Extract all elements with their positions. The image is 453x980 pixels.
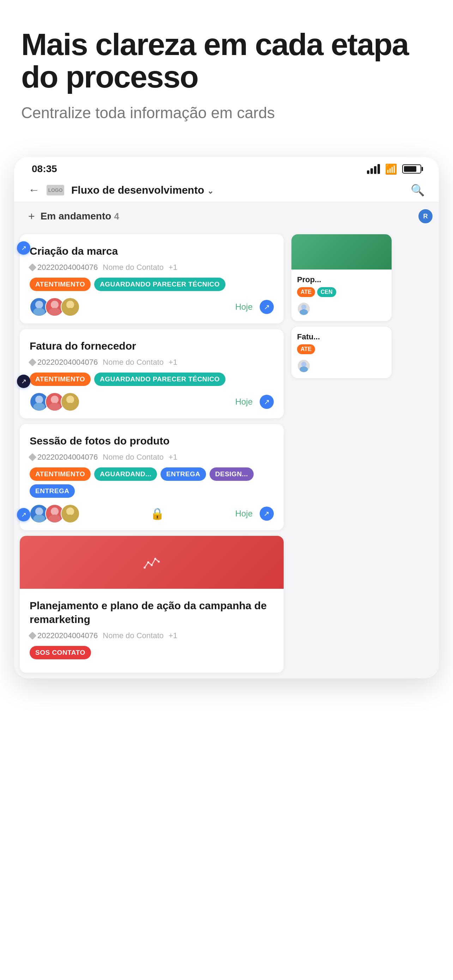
- card-footer: 🔒 Hoje ↗: [30, 504, 274, 523]
- signal-icon: [367, 164, 380, 174]
- card-tags: ATENTIMENTO AGUARDANDO PARECER TÉCNICO: [30, 372, 274, 386]
- svg-point-18: [144, 566, 146, 569]
- svg-point-2: [51, 301, 59, 308]
- tag-aguardando[interactable]: AGUARDANDO PARECER TÉCNICO: [94, 372, 226, 386]
- svg-point-8: [51, 395, 59, 403]
- main-kanban-column: Criação da marca 20220204004076 Nome do …: [14, 231, 289, 678]
- svg-point-26: [300, 366, 308, 372]
- svg-point-13: [33, 515, 45, 522]
- nav-logo: LOGO: [46, 185, 64, 196]
- open-indicator-3[interactable]: ↗: [17, 508, 30, 522]
- nav-title: Fluxo de desenvolvimento ⌄: [71, 184, 404, 196]
- card-planejamento: Planejamento e plano de ação da campanha…: [20, 536, 284, 673]
- chevron-down-icon[interactable]: ⌄: [207, 187, 213, 196]
- side-card-2: Fatu... ATE: [291, 327, 392, 378]
- svg-point-25: [301, 361, 306, 366]
- svg-point-4: [66, 301, 74, 308]
- side-card-title-fatu: Fatu...: [297, 332, 386, 342]
- banner-chart-icon: [141, 552, 162, 573]
- card-meta: 20220204004076 Nome do Contato +1: [30, 631, 274, 640]
- tag-aguardando[interactable]: AGUARDAND...: [94, 468, 157, 481]
- tag-atentimento[interactable]: ATENTIMENTO: [30, 278, 91, 291]
- card-title: Criação da marca: [30, 244, 274, 258]
- svg-point-7: [33, 403, 45, 410]
- card-banner-image: [20, 536, 284, 589]
- tag-design[interactable]: DESIGN...: [210, 468, 254, 481]
- svg-point-5: [64, 308, 76, 316]
- card-title: Sessão de fotos do produto: [30, 434, 274, 448]
- column-header: + Em andamento 4 + R: [14, 202, 439, 231]
- card-id: 20220204004076: [30, 358, 98, 367]
- card-footer: Hoje ↗: [30, 298, 274, 317]
- card-open-button[interactable]: ↗: [260, 507, 274, 521]
- card-inner: Planejamento e plano de ação da campanha…: [20, 589, 284, 673]
- svg-point-9: [49, 403, 60, 410]
- side-card-content: Prop... ATE CEN: [291, 269, 392, 321]
- card-id: 20220204004076: [30, 453, 98, 462]
- side-tag-ate-2[interactable]: ATE: [297, 344, 315, 354]
- hero-subtitle: Centralize toda informação em cards: [21, 104, 432, 122]
- card-date-area: Hoje ↗: [235, 395, 274, 409]
- tag-atentimento[interactable]: ATENTIMENTO: [30, 372, 91, 386]
- card-meta: 20220204004076 Nome do Contato +1: [30, 263, 274, 272]
- tag-aguardando[interactable]: AGUARDANDO PARECER TÉCNICO: [94, 278, 226, 291]
- svg-point-10: [66, 395, 74, 403]
- kanban-area: ↗ ↗ ↗ Criação da marca 20220204004076 No…: [14, 231, 439, 678]
- svg-point-24: [300, 309, 308, 315]
- column-header-avatar: R: [418, 208, 433, 224]
- side-tags-2: ATE: [297, 344, 386, 356]
- card-meta: 20220204004076 Nome do Contato +1: [30, 453, 274, 462]
- card-id: 20220204004076: [30, 263, 98, 272]
- card-footer: Hoje ↗: [30, 392, 274, 411]
- tag-entrega-1[interactable]: ENTREGA: [161, 468, 206, 481]
- card-date-area: Hoje ↗: [235, 507, 274, 521]
- back-button[interactable]: ←: [28, 183, 40, 196]
- column-header-right: R: [418, 208, 433, 224]
- svg-point-11: [64, 403, 76, 410]
- column-title: Em andamento 4: [41, 211, 413, 222]
- svg-point-17: [64, 515, 76, 522]
- side-avatars-2: [297, 359, 386, 372]
- side-avatars: [297, 302, 386, 315]
- svg-point-19: [147, 561, 149, 563]
- svg-point-14: [51, 507, 59, 515]
- lock-area: 🔒: [150, 507, 164, 520]
- lock-icon: 🔒: [150, 507, 164, 520]
- svg-point-12: [35, 507, 43, 515]
- svg-point-23: [301, 304, 306, 309]
- avatar-3: [61, 504, 80, 523]
- svg-point-21: [154, 558, 156, 560]
- avatar-3: [61, 392, 80, 411]
- card-criacao-da-marca: Criação da marca 20220204004076 Nome do …: [20, 234, 284, 323]
- open-indicator-1[interactable]: ↗: [17, 241, 30, 255]
- card-open-button[interactable]: ↗: [260, 300, 274, 314]
- card-fatura-do-fornecedor: Fatura do fornecedor 20220204004076 Nome…: [20, 329, 284, 418]
- search-icon[interactable]: 🔍: [411, 183, 425, 197]
- tag-entrega-2[interactable]: ENTREGA: [30, 484, 75, 498]
- status-bar: 08:35 📶: [14, 157, 439, 178]
- wifi-icon: 📶: [385, 163, 397, 175]
- card-title: Planejamento e plano de ação da campanha…: [30, 599, 274, 626]
- side-card-1: Prop... ATE CEN: [291, 234, 392, 321]
- hero-section: Mais clareza em cada etapa do processo C…: [0, 0, 453, 136]
- card-tags: ATENTIMENTO AGUARDAND... ENTREGA DESIGN.…: [30, 468, 274, 498]
- column-add-left-button[interactable]: +: [28, 210, 35, 223]
- card-open-button[interactable]: ↗: [260, 395, 274, 409]
- side-tag-ate[interactable]: ATE: [297, 287, 315, 297]
- svg-point-6: [35, 395, 43, 403]
- left-indicators: ↗ ↗ ↗: [17, 241, 30, 522]
- column-count: 4: [114, 211, 119, 221]
- tag-atentimento[interactable]: ATENTIMENTO: [30, 468, 91, 481]
- status-time: 08:35: [32, 163, 57, 175]
- svg-point-22: [158, 560, 160, 563]
- side-tag-cen[interactable]: CEN: [317, 287, 336, 297]
- card-meta: 20220204004076 Nome do Contato +1: [30, 358, 274, 367]
- status-icons: 📶: [367, 163, 421, 175]
- card-avatars: [30, 298, 80, 317]
- tag-sos-contato[interactable]: SOS CONTATO: [30, 646, 91, 659]
- open-indicator-2[interactable]: ↗: [17, 375, 30, 388]
- card-sessao-de-fotos: Sessão de fotos do produto 2022020400407…: [20, 424, 284, 530]
- battery-icon: [402, 164, 421, 173]
- side-card-content: Fatu... ATE: [291, 327, 392, 378]
- card-date-area: Hoje ↗: [235, 300, 274, 314]
